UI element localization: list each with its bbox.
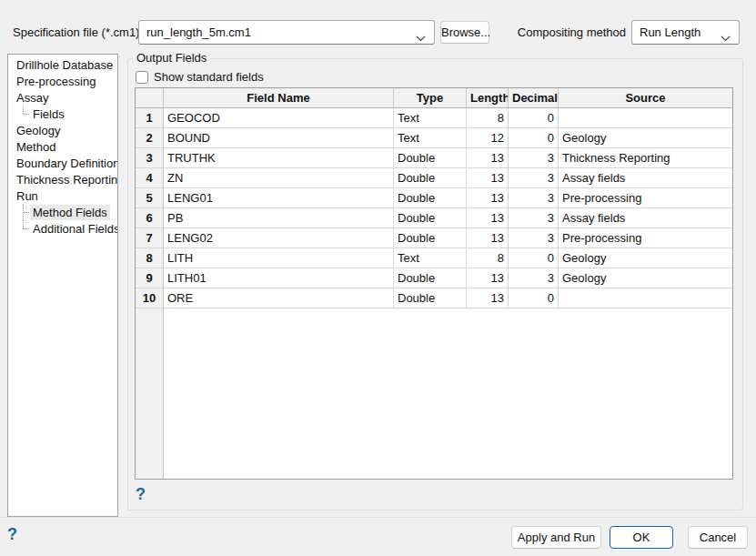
row-number[interactable]: 7 bbox=[136, 228, 164, 248]
row-number[interactable]: 8 bbox=[136, 248, 164, 268]
cell-type[interactable]: Double bbox=[394, 228, 467, 248]
cell-length[interactable]: 8 bbox=[467, 248, 509, 268]
sidebar-item-label: Drillhole Database bbox=[14, 57, 116, 73]
cell-field-name[interactable]: ZN bbox=[164, 168, 394, 188]
cell-source[interactable]: Geology bbox=[559, 128, 732, 148]
sidebar-item-drillhole-database[interactable]: Drillhole Database bbox=[8, 56, 117, 73]
cell-type[interactable]: Double bbox=[394, 148, 467, 168]
cell-decimals[interactable]: 3 bbox=[509, 188, 559, 208]
cell-decimals[interactable]: 3 bbox=[509, 228, 559, 248]
cell-length[interactable]: 12 bbox=[467, 128, 509, 148]
group-title: Output Fields bbox=[133, 51, 210, 66]
row-number[interactable]: 10 bbox=[136, 288, 164, 308]
spec-file-combobox[interactable]: run_length_5m.cm1 bbox=[138, 20, 435, 45]
sidebar-item-thickness-reporting[interactable]: Thickness Reporting bbox=[8, 171, 117, 187]
cell-type[interactable]: Text bbox=[394, 108, 467, 128]
row-number[interactable]: 2 bbox=[136, 128, 164, 148]
row-number[interactable]: 1 bbox=[136, 108, 164, 128]
table-row: 4ZNDouble133Assay fields bbox=[136, 168, 732, 188]
sidebar-tree: Drillhole DatabasePre-processingAssayFie… bbox=[7, 54, 118, 517]
show-standard-fields-checkbox[interactable] bbox=[136, 71, 148, 84]
apply-and-run-button[interactable]: Apply and Run bbox=[511, 526, 601, 549]
cell-length[interactable]: 13 bbox=[467, 148, 509, 168]
sidebar-item-pre-processing[interactable]: Pre-processing bbox=[8, 73, 117, 89]
cell-field-name[interactable]: GEOCOD bbox=[164, 108, 394, 128]
cell-type[interactable]: Text bbox=[394, 128, 467, 148]
row-number[interactable]: 9 bbox=[136, 268, 164, 288]
cell-type[interactable]: Double bbox=[394, 288, 467, 308]
cell-length[interactable]: 13 bbox=[467, 228, 509, 248]
sidebar-item-label: Run bbox=[14, 188, 41, 204]
cell-length[interactable]: 13 bbox=[467, 288, 509, 308]
cell-source[interactable]: Thickness Reporting bbox=[559, 148, 732, 168]
cell-source[interactable] bbox=[559, 108, 732, 128]
cell-source[interactable]: Pre-processing bbox=[559, 228, 732, 248]
cell-length[interactable]: 13 bbox=[467, 208, 509, 228]
tree-connector bbox=[17, 204, 30, 220]
cell-type[interactable]: Double bbox=[394, 208, 467, 228]
row-number[interactable]: 3 bbox=[136, 148, 164, 168]
cell-decimals[interactable]: 3 bbox=[509, 268, 559, 288]
sidebar-item-label: Assay bbox=[14, 90, 51, 106]
compositing-method-dropdown[interactable]: Run Length bbox=[631, 20, 740, 45]
cell-length[interactable]: 13 bbox=[467, 268, 509, 288]
cell-field-name[interactable]: LENG02 bbox=[164, 228, 394, 248]
cell-field-name[interactable]: LITH bbox=[164, 248, 394, 268]
cell-decimals[interactable]: 0 bbox=[509, 108, 559, 128]
cell-decimals[interactable]: 0 bbox=[509, 288, 559, 308]
cell-type[interactable]: Double bbox=[394, 268, 467, 288]
cell-source[interactable] bbox=[559, 288, 732, 308]
sidebar-item-label: Fields bbox=[30, 106, 67, 122]
row-number[interactable]: 5 bbox=[136, 188, 164, 208]
column-header-field-name: Field Name bbox=[164, 88, 394, 108]
cell-length[interactable]: 13 bbox=[467, 168, 509, 188]
cell-field-name[interactable]: BOUND bbox=[164, 128, 394, 148]
ok-button[interactable]: OK bbox=[610, 526, 673, 549]
cell-decimals[interactable]: 0 bbox=[509, 248, 559, 268]
sidebar-item-run[interactable]: Run bbox=[8, 187, 117, 204]
sidebar-item-assay[interactable]: Assay bbox=[8, 89, 117, 106]
cell-length[interactable]: 8 bbox=[467, 108, 509, 128]
cell-field-name[interactable]: PB bbox=[164, 208, 394, 228]
sidebar-item-label: Additional Fields bbox=[30, 221, 118, 237]
cell-decimals[interactable]: 3 bbox=[509, 148, 559, 168]
cell-type[interactable]: Double bbox=[394, 168, 467, 188]
table-header-row: Field Name Type Length Decimals Source bbox=[136, 88, 732, 108]
table-row: 8LITHText80Geology bbox=[136, 248, 732, 268]
cell-type[interactable]: Text bbox=[394, 248, 467, 268]
cell-length[interactable]: 13 bbox=[467, 188, 509, 208]
cell-source[interactable]: Pre-processing bbox=[559, 188, 732, 208]
sidebar-item-fields[interactable]: Fields bbox=[8, 106, 117, 122]
help-icon[interactable]: ? bbox=[7, 526, 17, 542]
help-icon[interactable]: ? bbox=[136, 486, 146, 502]
cell-field-name[interactable]: ORE bbox=[164, 288, 394, 308]
cell-field-name[interactable]: LENG01 bbox=[164, 188, 394, 208]
cell-source[interactable]: Geology bbox=[559, 248, 732, 268]
show-standard-fields-label: Show standard fields bbox=[154, 70, 264, 84]
chevron-down-icon bbox=[721, 31, 731, 45]
cell-source[interactable]: Assay fields bbox=[559, 208, 732, 228]
cell-decimals[interactable]: 3 bbox=[509, 208, 559, 228]
sidebar-item-label: Thickness Reporting bbox=[14, 172, 118, 187]
cell-source[interactable]: Geology bbox=[559, 268, 732, 288]
sidebar-item-geology[interactable]: Geology bbox=[8, 122, 117, 138]
cell-field-name[interactable]: LITH01 bbox=[164, 268, 394, 288]
compositing-dialog: { "colors":{ "accent":"#0067c0", "help_b… bbox=[0, 0, 756, 556]
sidebar-item-method-fields[interactable]: Method Fields bbox=[8, 204, 117, 220]
sidebar-item-method[interactable]: Method bbox=[8, 138, 117, 155]
compositing-method-label: Compositing method bbox=[515, 20, 626, 45]
column-header-source: Source bbox=[559, 88, 732, 108]
browse-button[interactable]: Browse... bbox=[440, 21, 489, 44]
cell-field-name[interactable]: TRUTHK bbox=[164, 148, 394, 168]
cell-type[interactable]: Double bbox=[394, 188, 467, 208]
sidebar-item-boundary-definition[interactable]: Boundary Definition bbox=[8, 155, 117, 171]
compositing-method-value: Run Length bbox=[640, 25, 701, 39]
cell-decimals[interactable]: 0 bbox=[509, 128, 559, 148]
row-number[interactable]: 4 bbox=[136, 168, 164, 188]
row-number[interactable]: 6 bbox=[136, 208, 164, 228]
sidebar-item-additional-fields[interactable]: Additional Fields bbox=[8, 220, 117, 237]
cell-decimals[interactable]: 3 bbox=[509, 168, 559, 188]
cell-source[interactable]: Assay fields bbox=[559, 168, 732, 188]
cancel-button[interactable]: Cancel bbox=[688, 526, 748, 549]
spec-file-value: run_length_5m.cm1 bbox=[146, 25, 251, 39]
